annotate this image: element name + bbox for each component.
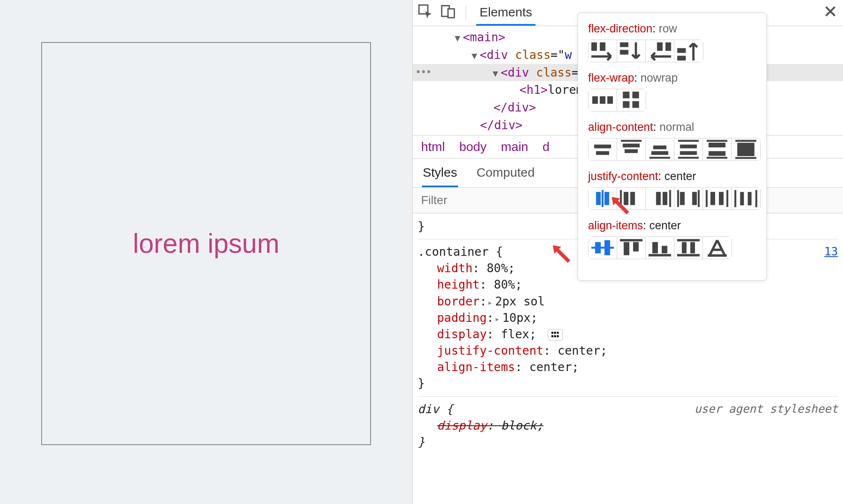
tab-computed[interactable]: Computed — [476, 159, 535, 187]
css-prop[interactable]: border — [437, 294, 480, 308]
popover-prop: justify-content — [588, 170, 658, 183]
popover-val: row — [659, 22, 677, 35]
css-prop[interactable]: padding — [437, 311, 487, 325]
ai-end-icon[interactable] — [646, 237, 674, 259]
svg-rect-24 — [594, 145, 611, 149]
svg-rect-21 — [632, 92, 639, 98]
ac-space-between-icon[interactable] — [703, 138, 732, 160]
ac-center-icon[interactable] — [589, 138, 617, 160]
svg-rect-6 — [551, 335, 554, 337]
fw-nowrap-icon[interactable] — [589, 89, 617, 111]
svg-rect-15 — [677, 48, 686, 53]
fd-column-icon[interactable] — [617, 40, 646, 62]
svg-rect-50 — [633, 242, 639, 252]
svg-rect-52 — [662, 246, 667, 254]
ac-end-icon[interactable] — [646, 138, 674, 160]
fw-wrap-icon[interactable] — [617, 89, 646, 111]
svg-rect-25 — [596, 151, 609, 155]
svg-rect-7 — [554, 335, 556, 337]
ai-start-icon[interactable] — [617, 237, 646, 259]
section-align-content: align-content: normal — [588, 121, 756, 161]
svg-rect-20 — [623, 92, 630, 98]
fd-row-reverse-icon[interactable] — [646, 40, 674, 62]
svg-rect-18 — [600, 96, 605, 104]
annotation-arrow-icon — [549, 243, 574, 264]
close-icon[interactable] — [823, 4, 838, 22]
crumb-body[interactable]: body — [459, 140, 487, 154]
svg-rect-31 — [680, 151, 697, 155]
svg-rect-30 — [680, 145, 697, 149]
css-val[interactable]: flex — [501, 327, 529, 341]
css-prop[interactable]: display — [437, 327, 487, 341]
popover-val: normal — [660, 121, 695, 133]
svg-rect-2 — [448, 9, 454, 18]
jc-end-icon[interactable] — [646, 188, 674, 210]
rule-close: } — [418, 377, 425, 390]
svg-rect-47 — [595, 242, 601, 254]
svg-rect-41 — [680, 192, 684, 205]
svg-rect-11 — [620, 42, 628, 47]
css-prop[interactable]: height — [437, 278, 480, 292]
css-val[interactable]: 80% — [494, 278, 515, 292]
inspect-icon[interactable] — [418, 4, 433, 22]
ai-center-icon[interactable] — [589, 237, 617, 259]
svg-rect-33 — [708, 151, 725, 156]
source-link[interactable]: 13 — [824, 244, 838, 260]
svg-rect-32 — [708, 143, 725, 147]
ac-space-around-icon[interactable] — [674, 138, 703, 160]
popover-prop: flex-wrap — [588, 72, 634, 84]
rule-selector: div { — [418, 402, 453, 416]
annotation-arrow-icon — [607, 195, 633, 216]
css-val[interactable]: center — [558, 344, 600, 358]
popover-val: nowrap — [641, 72, 678, 84]
svg-rect-42 — [692, 192, 697, 205]
svg-rect-39 — [656, 192, 661, 205]
tab-styles[interactable]: Styles — [422, 159, 458, 187]
jc-space-around-icon[interactable] — [703, 188, 732, 210]
svg-rect-17 — [592, 96, 598, 104]
section-flex-wrap: flex-wrap: nowrap — [588, 72, 756, 111]
ac-stretch-icon[interactable] — [732, 138, 760, 160]
device-icon[interactable] — [440, 4, 456, 22]
crumb-html[interactable]: html — [421, 140, 445, 154]
tab-elements[interactable]: Elements — [476, 0, 535, 26]
popover-prop: flex-direction — [588, 22, 652, 35]
svg-rect-12 — [620, 50, 628, 55]
svg-rect-9 — [591, 42, 597, 51]
page-preview: lorem ipsum — [0, 0, 412, 504]
ai-stretch-icon[interactable] — [674, 237, 703, 259]
jc-space-evenly-icon[interactable] — [732, 188, 760, 210]
css-prop[interactable]: display — [437, 419, 487, 432]
fd-row-icon[interactable] — [589, 40, 617, 62]
fd-column-reverse-icon[interactable] — [674, 40, 703, 62]
css-val[interactable]: 80% — [487, 261, 508, 275]
svg-rect-19 — [607, 96, 613, 104]
toolbar-divider — [466, 6, 466, 20]
css-prop[interactable]: align-items — [437, 360, 515, 374]
ac-start-icon[interactable] — [617, 138, 646, 160]
css-rule-div[interactable]: user agent stylesheet div { display: blo… — [418, 396, 838, 451]
preview-container: lorem ipsum — [41, 42, 371, 445]
crumb-div[interactable]: d — [543, 140, 550, 154]
ai-baseline-icon[interactable] — [703, 237, 732, 259]
css-val[interactable]: 2px sol — [495, 294, 545, 308]
svg-rect-40 — [663, 192, 667, 205]
ua-label: user agent stylesheet — [695, 401, 838, 417]
css-val[interactable]: center — [529, 360, 572, 374]
svg-rect-44 — [719, 192, 724, 205]
jc-space-between-icon[interactable] — [674, 188, 703, 210]
svg-rect-16 — [677, 56, 686, 60]
css-val[interactable]: block — [501, 419, 536, 432]
flexbox-editor-icon[interactable] — [548, 329, 563, 341]
rule-close: } — [418, 435, 425, 449]
css-prop[interactable]: justify-content — [437, 344, 543, 358]
crumb-main[interactable]: main — [501, 140, 528, 154]
svg-rect-29 — [651, 151, 668, 155]
svg-rect-35 — [596, 192, 601, 205]
popover-val: center — [649, 219, 681, 232]
svg-rect-46 — [748, 192, 752, 205]
svg-rect-49 — [624, 242, 629, 255]
css-prop[interactable]: width — [437, 261, 472, 275]
css-val[interactable]: 10px — [502, 311, 530, 325]
svg-rect-13 — [657, 42, 663, 51]
